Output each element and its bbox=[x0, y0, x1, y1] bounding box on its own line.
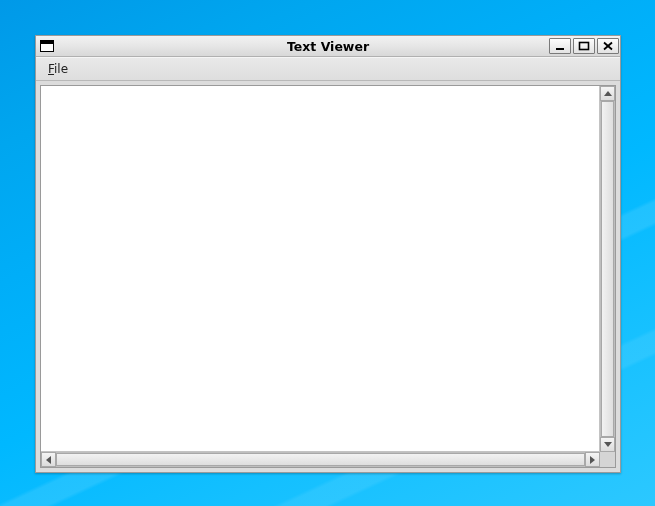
scroll-left-button[interactable] bbox=[41, 452, 56, 467]
text-viewer bbox=[40, 85, 616, 468]
vscroll-track[interactable] bbox=[600, 101, 615, 437]
hscroll-thumb[interactable] bbox=[56, 453, 585, 466]
window-icon[interactable] bbox=[38, 38, 56, 54]
chevron-right-icon bbox=[590, 456, 595, 464]
vertical-scrollbar[interactable] bbox=[600, 86, 615, 452]
scroll-up-button[interactable] bbox=[600, 86, 615, 101]
window-title: Text Viewer bbox=[36, 39, 620, 54]
menu-file-rest: ile bbox=[54, 62, 68, 76]
vscroll-thumb[interactable] bbox=[601, 101, 614, 437]
scrollbar-corner bbox=[600, 452, 615, 467]
menu-file[interactable]: File bbox=[42, 60, 74, 78]
scroll-down-button[interactable] bbox=[600, 437, 615, 452]
chevron-down-icon bbox=[604, 442, 612, 447]
client-area bbox=[36, 81, 620, 472]
minimize-button[interactable] bbox=[549, 38, 571, 54]
chevron-up-icon bbox=[604, 91, 612, 96]
app-window: Text Viewer bbox=[35, 35, 621, 473]
hscroll-track[interactable] bbox=[56, 452, 585, 467]
minimize-icon bbox=[554, 41, 566, 51]
scroll-right-button[interactable] bbox=[585, 452, 600, 467]
maximize-icon bbox=[578, 41, 590, 51]
text-area[interactable] bbox=[41, 86, 600, 452]
svg-rect-3 bbox=[580, 43, 589, 50]
svg-rect-1 bbox=[41, 41, 54, 45]
desktop: Text Viewer bbox=[0, 0, 655, 506]
titlebar[interactable]: Text Viewer bbox=[36, 36, 620, 57]
close-button[interactable] bbox=[597, 38, 619, 54]
maximize-button[interactable] bbox=[573, 38, 595, 54]
chevron-left-icon bbox=[46, 456, 51, 464]
close-icon bbox=[602, 41, 614, 51]
svg-rect-2 bbox=[556, 48, 564, 50]
horizontal-scrollbar[interactable] bbox=[41, 452, 600, 467]
menubar: File bbox=[36, 57, 620, 81]
